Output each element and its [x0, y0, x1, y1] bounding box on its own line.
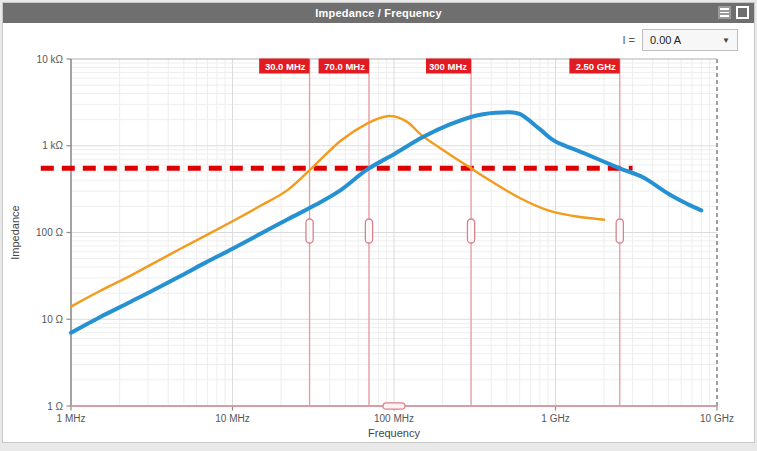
impedance-panel: Impedance / Frequency I = 0.00 A ▼ 1 MHz… — [2, 2, 755, 443]
panel-title: Impedance / Frequency — [3, 7, 754, 19]
maximize-icon[interactable] — [736, 6, 749, 19]
y-tick-label: 1 kΩ — [42, 140, 63, 151]
x-tick-label: 1 MHz — [57, 413, 86, 424]
titlebar-icons — [718, 6, 749, 19]
frequency-marker-handle[interactable] — [306, 219, 313, 243]
chart-svg: 1 MHz10 MHz100 MHz1 GHz10 GHz10 kΩ1 kΩ10… — [3, 47, 756, 442]
frequency-marker-label: 2.50 GHz — [576, 61, 616, 72]
y-axis-title: Impedance — [9, 205, 21, 259]
y-tick-label: 100 Ω — [36, 227, 63, 238]
x-axis-title: Frequency — [368, 427, 420, 439]
baseline-marker-handle[interactable] — [383, 403, 405, 409]
y-tick-label: 1 Ω — [47, 401, 63, 412]
chevron-down-icon: ▼ — [722, 36, 730, 45]
x-tick-label: 100 MHz — [374, 413, 414, 424]
current-dropdown-value: 0.00 A — [650, 34, 681, 46]
y-tick-label: 10 Ω — [42, 314, 64, 325]
frequency-marker-label: 30.0 MHz — [265, 61, 306, 72]
frequency-marker-handle[interactable] — [616, 219, 623, 243]
page: { "window": { "title": "Impedance / Freq… — [0, 0, 757, 451]
x-tick-label: 1 GHz — [541, 413, 569, 424]
list-menu-icon[interactable] — [718, 6, 731, 19]
x-tick-label: 10 MHz — [215, 413, 249, 424]
frequency-marker-label: 70.0 MHz — [324, 61, 365, 72]
y-tick-label: 10 kΩ — [37, 54, 64, 65]
x-tick-label: 10 GHz — [700, 413, 734, 424]
current-label: I = — [622, 34, 635, 46]
frequency-marker-handle[interactable] — [467, 219, 474, 243]
panel-titlebar: Impedance / Frequency — [3, 3, 754, 23]
impedance-frequency-chart: 1 MHz10 MHz100 MHz1 GHz10 GHz10 kΩ1 kΩ10… — [3, 47, 756, 442]
frequency-marker-handle[interactable] — [365, 219, 372, 243]
frequency-marker-label: 300 MHz — [429, 61, 467, 72]
